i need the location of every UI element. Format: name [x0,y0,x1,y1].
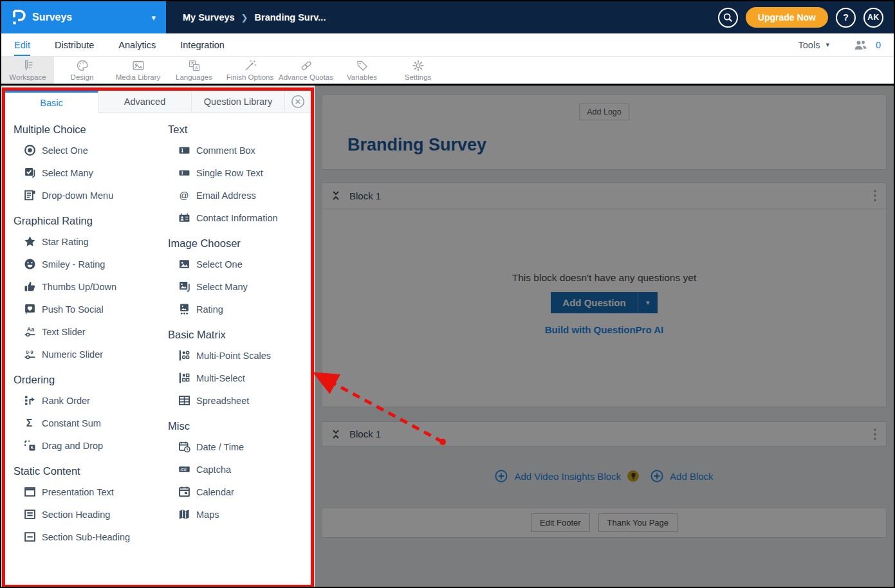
category-title: Misc [168,420,311,432]
smiley-icon [24,258,36,270]
search-button[interactable] [718,8,738,28]
question-type-label: Select Many [196,282,248,292]
breadcrumb-survey-name[interactable]: Branding Surv... [255,12,326,23]
settings-icon [412,59,425,72]
toolbar-item-advance-quotas[interactable]: Advance Quotas [278,57,334,84]
chevron-down-icon[interactable]: ▾ [151,13,156,23]
toolbar-item-media-library[interactable]: Media Library [110,57,166,84]
toolbar-item-label: Variables [347,73,377,81]
question-type-section-sub-heading[interactable]: Section Sub-Heading [14,526,168,548]
panel-tab-question-library[interactable]: Question Library [192,91,285,113]
collaborator-count[interactable]: 0 [876,40,881,50]
question-type-maps[interactable]: Maps [168,503,311,526]
question-type-multi-select[interactable]: Multi-Select [168,367,311,389]
question-type-push-to-social[interactable]: Push To Social [14,298,168,320]
question-type-numeric-slider[interactable]: 0-9 Numeric Slider [14,343,168,365]
question-type-smiley-rating[interactable]: Smiley - Rating [14,253,168,275]
svg-text:Σ: Σ [26,418,33,428]
question-type-drag-and-drop[interactable]: Drag and Drop [14,434,168,457]
question-type-rating[interactable]: Rating [168,298,311,320]
date-time-icon [178,441,190,453]
question-type-label: Smiley - Rating [42,259,105,270]
question-types-panel: BasicAdvancedQuestion Library Multiple C… [2,87,314,588]
question-type-label: Comment Box [196,145,255,156]
category-title: Static Content [14,465,168,477]
question-type-label: Constant Sum [42,418,101,428]
panel-tab-advanced[interactable]: Advanced [98,91,192,113]
question-type-thumbs-up-down[interactable]: Thumbs Up/Down [14,275,168,298]
question-type-label: Date / Time [196,442,244,452]
multi-select-icon [178,372,190,384]
rank-order-icon [24,394,36,407]
question-type-contact-information[interactable]: Contact Information [168,207,311,229]
question-type-select-many[interactable]: Select Many [168,275,311,298]
app-window: Surveys ▾ My Surveys ❯ Branding Surv... … [0,0,895,588]
toolbar-item-workspace[interactable]: Workspace [1,57,54,84]
toolbar-item-languages[interactable]: A Languages [166,57,222,84]
toolbar-item-settings[interactable]: Settings [390,57,446,84]
question-type-calendar[interactable]: Calendar [168,481,311,503]
question-type-select-one[interactable]: Select One [14,139,168,161]
question-type-constant-sum[interactable]: Σ Constant Sum [14,412,168,434]
question-type-select-many[interactable]: Select Many [14,161,168,184]
nav-tab-integration[interactable]: Integration [180,33,225,56]
collaborators-icon[interactable] [853,40,869,50]
nav-tab-distribute[interactable]: Distribute [55,33,94,56]
languages-icon: A [188,59,201,72]
question-type-select-one[interactable]: Select One [168,253,311,275]
tools-menu[interactable]: Tools [798,40,820,50]
panel-tab-basic[interactable]: Basic [5,91,98,113]
question-type-single-row-text[interactable]: Single Row Text [168,161,311,184]
upgrade-now-button[interactable]: Upgrade Now [746,7,828,28]
question-type-multi-point-scales[interactable]: Multi-Point Scales [168,344,311,367]
question-type-text-slider[interactable]: Aa Text Slider [14,320,168,343]
question-type-label: Select One [196,259,243,270]
nav-tab-analytics[interactable]: Analytics [118,33,156,56]
help-button[interactable]: ? [836,8,856,28]
question-type-label: Single Row Text [196,168,263,178]
question-type-rank-order[interactable]: Rank Order [14,389,168,412]
numeric-slider-icon: 0-9 [24,348,36,360]
product-switcher[interactable]: Surveys ▾ [1,1,166,33]
image-many-icon [178,280,190,293]
svg-text:Aa: Aa [27,326,35,333]
category-title: Ordering [14,374,168,386]
question-type-spreadsheet[interactable]: Spreadsheet [168,389,311,412]
push-social-icon [24,303,36,315]
nav-tab-edit[interactable]: Edit [14,33,30,56]
app-name: Surveys [32,12,72,23]
comment-box-icon [178,144,190,156]
question-type-label: Contact Information [196,213,278,223]
image-one-icon [178,258,190,270]
advance-quotas-icon [300,59,313,72]
breadcrumb-my-surveys[interactable]: My Surveys [183,12,235,23]
question-type-label: Captcha [196,464,231,475]
question-type-label: Multi-Select [196,373,245,383]
close-panel-button[interactable] [285,91,311,113]
question-type-email-address[interactable]: @ Email Address [168,184,311,207]
questionpro-logo-icon [12,9,26,26]
toolbar-item-design[interactable]: Design [54,57,110,84]
question-type-comment-box[interactable]: Comment Box [168,139,311,161]
question-type-label: Push To Social [42,304,104,315]
design-icon [76,59,89,72]
question-type-label: Section Sub-Heading [42,532,130,542]
avatar[interactable]: AK [863,8,883,28]
toolbar-item-finish-options[interactable]: Finish Options [222,57,278,84]
question-type-section-heading[interactable]: Section Heading [14,503,168,526]
question-type-label: Drag and Drop [42,441,103,451]
nav-right: Tools ▾ 0 [798,40,881,50]
question-type-date-time[interactable]: Date / Time [168,436,311,458]
svg-text:0-9: 0-9 [26,349,33,355]
question-type-drop-down-menu[interactable]: Drop-down Menu [14,184,168,207]
question-type-label: Maps [196,510,219,520]
chevron-down-icon[interactable]: ▾ [826,41,829,49]
question-type-star-rating[interactable]: Star Rating [14,230,168,253]
question-type-presentation-text[interactable]: Presentation Text [14,481,168,503]
contact-icon [178,212,190,224]
question-type-captcha[interactable]: ic8 Captcha [168,458,311,481]
category-title: Multiple Choice [14,124,168,136]
category-title: Image Chooser [168,237,311,250]
toolbar-item-variables[interactable]: Variables [334,57,390,84]
thumbs-icon [24,280,36,293]
